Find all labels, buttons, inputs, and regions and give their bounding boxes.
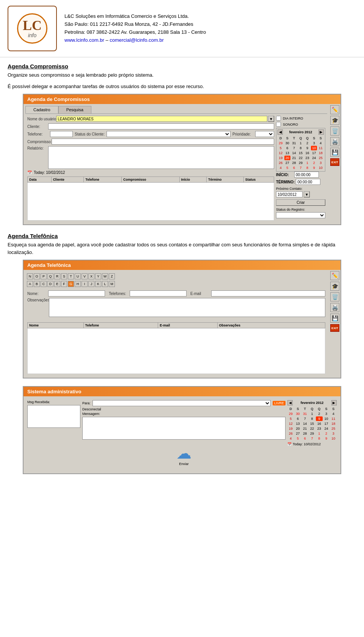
at-sidebar-btn-pencil[interactable]: ✏️ (330, 271, 339, 280)
sidebar-btn-pencil[interactable]: ✏️ (330, 105, 339, 114)
sa-cal-6[interactable]: 6 (295, 416, 301, 421)
sa-cal-16[interactable]: 16 (316, 421, 323, 426)
sa-cal-29-feb[interactable]: 29 (309, 431, 315, 436)
alpha-O[interactable]: O (34, 273, 40, 279)
sa-cal-17[interactable]: 17 (323, 421, 330, 426)
at-sidebar-btn-printer[interactable]: 🖨️ (330, 303, 339, 312)
cal-9[interactable]: 9 (304, 146, 311, 150)
cal-10-today[interactable]: 10 (311, 146, 317, 150)
alpha-M[interactable]: M (109, 281, 115, 287)
alpha-Z[interactable]: Z (109, 273, 115, 279)
cal-29-jan[interactable]: 29 (278, 141, 284, 145)
at-email-input[interactable] (211, 290, 325, 296)
cal-7[interactable]: 7 (291, 146, 297, 150)
cal-21[interactable]: 21 (291, 156, 297, 160)
sidebar-exit-btn[interactable]: EXIT (330, 158, 339, 166)
sa-cal-3[interactable]: 3 (323, 412, 330, 416)
sidebar-btn-printer[interactable]: 🖨️ (330, 137, 339, 146)
cliente-input[interactable] (48, 123, 274, 129)
sa-cal-22[interactable]: 22 (309, 426, 315, 431)
cal-2-feb[interactable]: 2 (304, 141, 311, 145)
sa-cal-14[interactable]: 14 (301, 421, 308, 426)
sidebar-btn-trash[interactable]: 🗑️ (330, 126, 339, 136)
sa-msg-recebida-box[interactable] (27, 405, 80, 428)
sa-cal-8[interactable]: 8 (309, 416, 315, 421)
alpha-G[interactable]: G (68, 281, 74, 287)
cal-16[interactable]: 16 (304, 151, 311, 155)
cal-9-mar[interactable]: 9 (311, 166, 317, 170)
sa-cal-1-mar[interactable]: 1 (316, 431, 323, 436)
alpha-C[interactable]: C (41, 281, 47, 287)
alpha-Q[interactable]: Q (47, 273, 53, 279)
at-nome-input[interactable] (48, 290, 105, 296)
cal-27[interactable]: 27 (284, 161, 291, 165)
cal-8[interactable]: 8 (298, 146, 304, 150)
tab-cadastro[interactable]: Cadastro (25, 106, 58, 114)
status-registro-select[interactable] (276, 212, 325, 218)
sa-cal-12[interactable]: 12 (287, 421, 294, 426)
cal-13[interactable]: 13 (284, 151, 291, 155)
sa-cal-31[interactable]: 31 (301, 412, 308, 416)
sa-cal-2[interactable]: 2 (316, 412, 323, 416)
proximo-contato-input[interactable] (276, 191, 303, 197)
dia-inteiro-checkbox[interactable] (276, 116, 281, 121)
alpha-B[interactable]: B (34, 281, 40, 287)
cal-2-mar[interactable]: 2 (311, 161, 317, 165)
sa-para-select[interactable] (93, 400, 271, 406)
sa-cal-9-today[interactable]: 9 (316, 416, 323, 421)
alpha-Y[interactable]: Y (95, 273, 101, 279)
sa-mensagem-textarea[interactable] (82, 417, 286, 440)
cal-22[interactable]: 22 (298, 156, 304, 160)
alpha-U[interactable]: U (75, 273, 81, 279)
sa-cal-6-mar[interactable]: 6 (301, 436, 308, 441)
sa-cal-30[interactable]: 30 (295, 412, 301, 416)
cal-15[interactable]: 15 (298, 151, 304, 155)
sa-cal-19[interactable]: 19 (287, 426, 294, 431)
sa-cal-13[interactable]: 13 (295, 421, 301, 426)
alpha-F[interactable]: F (61, 281, 67, 287)
sa-cal-3-mar[interactable]: 3 (330, 431, 337, 436)
cal-1-feb[interactable]: 1 (298, 141, 304, 145)
proximo-contato-dropdown[interactable]: ▼ (304, 191, 310, 197)
tab-pesquisa[interactable]: Pesquisa (58, 106, 91, 114)
alpha-A[interactable]: A (27, 281, 33, 287)
sa-cal-10[interactable]: 10 (323, 416, 330, 421)
cal-4-mar[interactable]: 4 (278, 166, 284, 170)
cal-10-mar[interactable]: 10 (317, 166, 324, 170)
sa-cal-prev-btn[interactable]: ◀ (287, 400, 293, 405)
alpha-K[interactable]: K (95, 281, 101, 287)
sa-cal-18[interactable]: 18 (330, 421, 337, 426)
sa-cal-15[interactable]: 15 (309, 421, 315, 426)
alpha-N[interactable]: N (27, 273, 33, 279)
cal-8-mar[interactable]: 8 (304, 166, 311, 170)
cal-19[interactable]: 19 (278, 156, 284, 160)
sa-cal-2-mar[interactable]: 2 (323, 431, 330, 436)
sa-cal-4[interactable]: 4 (330, 412, 337, 416)
sidebar-btn-diskette[interactable]: 💾 (330, 148, 339, 157)
sa-cal-8-mar[interactable]: 8 (316, 436, 323, 441)
sa-cal-29[interactable]: 29 (287, 412, 294, 416)
cal-next-btn[interactable]: ▶ (318, 129, 324, 135)
sa-cal-23[interactable]: 23 (316, 426, 323, 431)
cal-24[interactable]: 24 (311, 156, 317, 160)
sa-cal-28[interactable]: 28 (301, 431, 308, 436)
cal-6[interactable]: 6 (284, 146, 291, 150)
cal-5-mar[interactable]: 5 (284, 166, 291, 170)
cal-3-feb[interactable]: 3 (311, 141, 317, 145)
sa-cal-1[interactable]: 1 (309, 412, 315, 416)
at-sidebar-exit-btn[interactable]: EXIT (330, 324, 339, 332)
sa-cal-4-mar[interactable]: 4 (287, 436, 294, 441)
alpha-D[interactable]: D (47, 281, 53, 287)
sa-cal-24[interactable]: 24 (323, 426, 330, 431)
sa-cal-5[interactable]: 5 (287, 416, 294, 421)
sa-cal-9-mar[interactable]: 9 (323, 436, 330, 441)
cal-1-mar[interactable]: 1 (304, 161, 311, 165)
cal-4-feb[interactable]: 4 (317, 141, 324, 145)
cal-18[interactable]: 18 (317, 151, 324, 155)
company-website-link[interactable]: www.lcinfo.com.br (64, 37, 104, 43)
sa-cal-25[interactable]: 25 (330, 426, 337, 431)
inicio-input[interactable] (294, 172, 319, 178)
at-obs-textarea[interactable] (49, 298, 325, 317)
cal-5[interactable]: 5 (278, 146, 284, 150)
sa-cal-next-btn[interactable]: ▶ (331, 400, 337, 405)
